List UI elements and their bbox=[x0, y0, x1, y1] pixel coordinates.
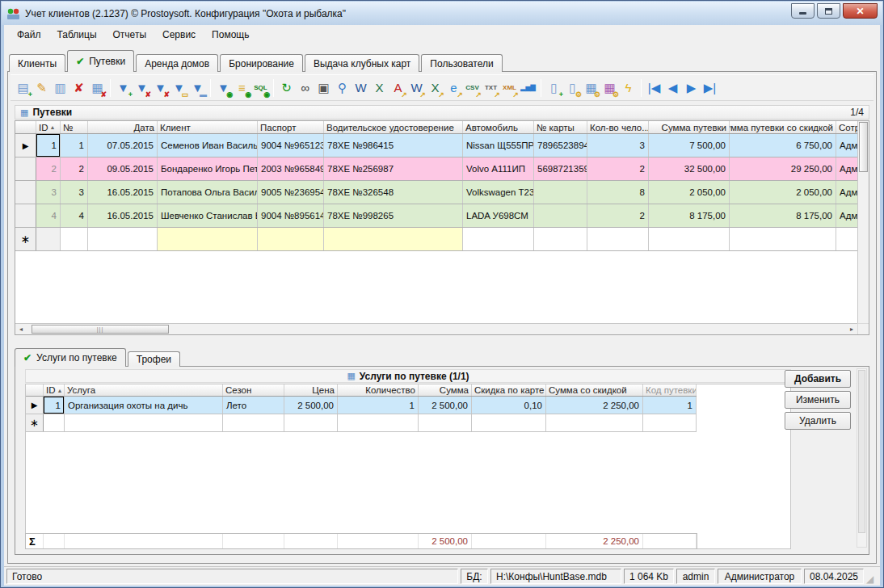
column-header-11[interactable]: Сумма путевки со скидкой bbox=[730, 121, 836, 133]
copy-record-icon[interactable]: ▥ bbox=[51, 78, 69, 98]
new-row-cell[interactable] bbox=[463, 228, 534, 250]
cell[interactable]: Организация охоты на дичь bbox=[65, 397, 223, 414]
cell[interactable]: 4 bbox=[36, 204, 61, 227]
cell[interactable]: 2 250,00 bbox=[546, 397, 643, 414]
cell[interactable]: Администратор bbox=[836, 204, 859, 227]
new-row-cell[interactable] bbox=[65, 414, 223, 431]
hotkeys-icon[interactable]: ϟ bbox=[619, 78, 638, 98]
column-header-8[interactable]: Сумма со скидкой bbox=[546, 384, 643, 396]
cell[interactable]: 2 500,00 bbox=[419, 397, 472, 414]
table-row[interactable]: 2209.05.2015Бондаренко Игорь Петров2003 … bbox=[15, 158, 859, 181]
tab-бронирование[interactable]: Бронирование bbox=[220, 54, 303, 72]
cell[interactable]: Администратор bbox=[836, 158, 859, 180]
cell[interactable]: 3 bbox=[587, 134, 649, 157]
cell[interactable]: 6 750,00 bbox=[730, 134, 836, 157]
cell[interactable]: Volvo А111ИП bbox=[463, 158, 534, 180]
resize-grip[interactable]: ◢ bbox=[866, 574, 878, 586]
cell[interactable]: 7896523894 bbox=[534, 134, 587, 157]
record-form-add-icon[interactable]: ▯+ bbox=[545, 78, 563, 98]
grid-settings-icon[interactable]: ▦⚙ bbox=[582, 78, 600, 98]
cell[interactable]: Nissan Щ555ПР bbox=[463, 134, 534, 157]
new-row-cell[interactable] bbox=[223, 414, 284, 431]
cell[interactable]: Администратор bbox=[836, 181, 859, 204]
cell[interactable]: 8 bbox=[587, 181, 649, 204]
column-header-1[interactable]: ID▲ bbox=[44, 384, 65, 396]
table-row[interactable]: 4416.05.2015Шевченко Станислав Вале9004 … bbox=[15, 204, 859, 228]
cell[interactable]: Шевченко Станислав Вале bbox=[158, 204, 258, 227]
cell[interactable]: 1 bbox=[61, 134, 88, 157]
column-header-9[interactable]: Код путевки bbox=[643, 384, 697, 396]
export-html-icon[interactable]: e↗ bbox=[444, 78, 463, 98]
group-visibility-icon[interactable]: ≡◉ bbox=[233, 78, 251, 98]
new-row-cell[interactable] bbox=[284, 414, 338, 431]
cell[interactable]: 4 bbox=[61, 204, 88, 227]
cell[interactable]: Бондаренко Игорь Петров bbox=[158, 158, 258, 180]
tab-аренда-домов[interactable]: Аренда домов bbox=[136, 54, 218, 72]
cell[interactable]: 1 bbox=[36, 134, 61, 157]
filter-remove-all-icon[interactable]: ▼✘ bbox=[151, 78, 170, 98]
new-row-cell[interactable] bbox=[649, 228, 730, 250]
new-row-cell[interactable] bbox=[36, 228, 61, 250]
column-header-2[interactable]: № bbox=[61, 121, 88, 133]
cell[interactable]: Лето bbox=[223, 397, 284, 414]
tab-клиенты[interactable]: Клиенты bbox=[9, 54, 65, 72]
new-row-cell[interactable] bbox=[836, 228, 859, 250]
column-header-10[interactable]: Сумма путевки bbox=[649, 121, 730, 133]
cell[interactable] bbox=[534, 204, 587, 227]
column-header-6[interactable]: Водительское удостоверение bbox=[324, 121, 463, 133]
export-pdf-icon[interactable]: A↗ bbox=[389, 78, 407, 98]
column-header-8[interactable]: № карты bbox=[534, 121, 587, 133]
cell[interactable]: 3 bbox=[61, 181, 88, 204]
new-row-cell[interactable] bbox=[419, 414, 472, 431]
print-preview-icon[interactable]: ⚲ bbox=[333, 78, 351, 98]
new-row-cell[interactable] bbox=[472, 414, 546, 431]
new-row-cell[interactable] bbox=[61, 228, 88, 250]
cell[interactable]: 1 bbox=[44, 397, 65, 414]
cell[interactable]: 16.05.2015 bbox=[88, 181, 158, 204]
column-header-3[interactable]: Дата bbox=[88, 121, 158, 133]
cell[interactable]: 9004 №895614 bbox=[258, 204, 324, 227]
cell[interactable]: 32 500,00 bbox=[649, 158, 730, 180]
cell[interactable]: 09.05.2015 bbox=[88, 158, 158, 180]
export-excel-icon[interactable]: X↗ bbox=[426, 78, 444, 98]
find-icon[interactable]: ∞ bbox=[296, 78, 314, 98]
column-header-4[interactable]: Цена bbox=[284, 384, 338, 396]
tab-услуги-по-путевке[interactable]: ✔Услуги по путевке bbox=[15, 348, 126, 367]
cell[interactable]: 2003 №965849 bbox=[258, 158, 324, 180]
cell[interactable]: 2 bbox=[587, 158, 649, 180]
column-header-9[interactable]: Кол-во чело... bbox=[587, 121, 649, 133]
new-row-cell[interactable] bbox=[88, 228, 158, 250]
cell[interactable]: Volkswagen Т234 bbox=[463, 181, 534, 204]
tab-путевки[interactable]: ✔Путевки bbox=[67, 50, 134, 72]
sql-visibility-icon[interactable]: SQL◉ bbox=[251, 78, 270, 98]
table-row[interactable]: ▶1107.05.2015Семенов Иван Васильевич9004… bbox=[15, 134, 859, 158]
filter-visibility-icon[interactable]: ▼◉ bbox=[214, 78, 233, 98]
menu-item-3[interactable]: Отчеты bbox=[105, 27, 154, 43]
title-bar[interactable]: Учет клиентов (2.1237) © Prostoysoft. Ко… bbox=[2, 2, 882, 25]
cell[interactable]: 7 500,00 bbox=[649, 134, 730, 157]
table-settings-icon[interactable]: ▦⚙ bbox=[600, 78, 619, 98]
column-header-12[interactable]: Сотрудник bbox=[836, 121, 859, 133]
table-row[interactable]: 3316.05.2015Потапова Ольга Васильев9005 … bbox=[15, 181, 859, 204]
cell[interactable]: 78ХЕ №326548 bbox=[324, 181, 463, 204]
column-header-4[interactable]: Клиент bbox=[158, 121, 258, 133]
filter-save-icon[interactable]: ▼▬ bbox=[188, 78, 207, 98]
vertical-scrollbar-thumb[interactable] bbox=[859, 122, 868, 172]
cell[interactable]: 29 250,00 bbox=[730, 158, 836, 180]
cell[interactable]: 78ХЕ №986415 bbox=[324, 134, 463, 157]
horizontal-scrollbar-thumb[interactable]: ||| bbox=[32, 325, 169, 334]
cell[interactable]: 07.05.2015 bbox=[88, 134, 158, 157]
menu-item-1[interactable]: Файл bbox=[9, 27, 49, 43]
cell[interactable]: 2 bbox=[61, 158, 88, 180]
menu-item-2[interactable]: Таблицы bbox=[49, 27, 105, 43]
column-header-1[interactable]: ID▲ bbox=[36, 121, 61, 133]
edit-record-icon[interactable]: ✎ bbox=[32, 78, 51, 98]
tab-выдача-клубных-карт[interactable]: Выдача клубных карт bbox=[305, 54, 419, 72]
tab-пользователи[interactable]: Пользователи bbox=[421, 54, 502, 72]
cell[interactable]: 2 bbox=[36, 158, 61, 180]
new-record-row[interactable]: ∗ bbox=[26, 414, 697, 432]
cell[interactable]: 78ХЕ №256987 bbox=[324, 158, 463, 180]
vertical-scrollbar[interactable] bbox=[857, 121, 869, 323]
cell[interactable]: Администратор bbox=[836, 134, 859, 157]
main-grid[interactable]: ID▲№ДатаКлиентПаспортВодительское удосто… bbox=[15, 120, 869, 335]
